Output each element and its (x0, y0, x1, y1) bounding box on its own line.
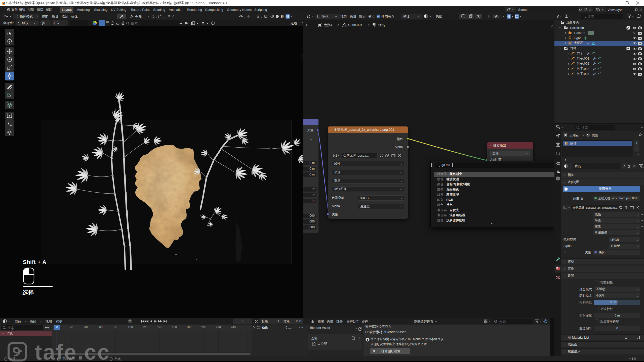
svg-text:tafe.cc: tafe.cc (35, 341, 110, 362)
